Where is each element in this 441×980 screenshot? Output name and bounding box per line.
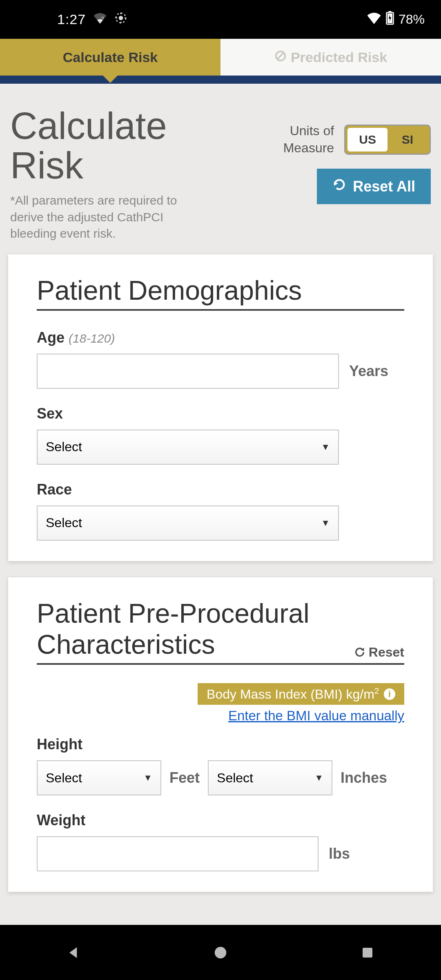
tab-underline <box>0 76 441 84</box>
card-reset-label: Reset <box>369 645 404 660</box>
height-field: Height Select ▼ Feet Select ▼ Inches <box>37 736 404 795</box>
bmi-banner: Body Mass Index (BMI) kg/m2 i <box>198 683 404 705</box>
nav-home-button[interactable] <box>210 942 231 963</box>
chevron-down-icon: ▼ <box>143 773 152 783</box>
patient-demographics-card: Patient Demographics Age (18-120) Years … <box>8 254 433 561</box>
sex-select[interactable]: Select ▼ <box>37 430 339 465</box>
svg-rect-9 <box>363 948 372 958</box>
tab-bar: Calculate Risk Predicted Risk <box>0 39 441 76</box>
race-label: Race <box>37 481 72 498</box>
wifi-icon <box>367 12 381 27</box>
weight-unit: lbs <box>329 845 350 862</box>
age-input[interactable] <box>37 354 339 389</box>
chevron-down-icon: ▼ <box>314 773 323 783</box>
page-header: Calculate Risk *All parameters are requi… <box>0 84 441 254</box>
units-option-us[interactable]: US <box>347 128 388 151</box>
svg-point-8 <box>215 947 227 958</box>
pre-procedural-card: Patient Pre-Procedural Characteristics R… <box>8 577 433 892</box>
card-title-preprocedural: Patient Pre-Procedural Characteristics <box>37 598 312 660</box>
weight-label: Weight <box>37 812 85 829</box>
status-bar: 1:27 ? 78% <box>0 0 441 39</box>
sex-field: Sex Select ▼ <box>37 405 404 465</box>
units-of-measure-label: Units of Measure <box>242 122 334 156</box>
units-option-si[interactable]: SI <box>388 128 428 151</box>
height-feet-value: Select <box>46 771 82 786</box>
height-feet-select[interactable]: Select ▼ <box>37 760 161 795</box>
race-field: Race Select ▼ <box>37 481 404 541</box>
content-area: Calculate Risk *All parameters are requi… <box>0 84 441 925</box>
bmi-banner-text: Body Mass Index (BMI) kg/m <box>207 686 374 701</box>
reset-all-button[interactable]: Reset All <box>317 169 431 204</box>
tab-calculate-risk[interactable]: Calculate Risk <box>0 39 220 76</box>
sex-select-value: Select <box>46 439 82 454</box>
svg-text:?: ? <box>101 16 104 22</box>
reset-icon <box>354 646 365 658</box>
sex-label: Sex <box>37 405 63 422</box>
bmi-banner-exp: 2 <box>374 686 379 695</box>
card-title-demographics: Patient Demographics <box>37 275 302 306</box>
svg-rect-4 <box>389 11 392 12</box>
enter-bmi-manually-link[interactable]: Enter the BMI value manually <box>37 708 404 724</box>
height-label: Height <box>37 736 82 753</box>
system-navbar <box>0 925 441 980</box>
svg-point-1 <box>119 16 123 20</box>
triangle-back-icon <box>65 944 82 961</box>
tab-predicted-risk[interactable]: Predicted Risk <box>220 39 441 76</box>
square-recents-icon <box>360 945 375 960</box>
page-title: Calculate Risk <box>10 106 242 185</box>
age-label: Age <box>37 329 65 346</box>
battery-charging-icon <box>385 11 394 28</box>
tab-predicted-label: Predicted Risk <box>291 49 387 65</box>
chevron-down-icon: ▼ <box>321 442 330 452</box>
reset-icon <box>332 178 346 195</box>
nav-back-button[interactable] <box>63 942 84 963</box>
svg-line-7 <box>277 52 284 60</box>
units-toggle[interactable]: US SI <box>344 125 431 155</box>
circle-home-icon <box>213 945 228 960</box>
height-inches-unit: Inches <box>341 769 387 786</box>
weight-field: Weight lbs <box>37 812 404 871</box>
weight-input[interactable] <box>37 836 318 871</box>
wifi-weak-icon: ? <box>93 12 107 27</box>
height-inches-select[interactable]: Select ▼ <box>208 760 332 795</box>
chevron-down-icon: ▼ <box>321 518 330 528</box>
battery-percent: 78% <box>399 12 425 27</box>
status-time: 1:27 <box>16 11 86 27</box>
age-hint: (18-120) <box>69 332 115 345</box>
card-reset-button[interactable]: Reset <box>354 645 404 660</box>
page-subtitle: *All parameters are required to derive t… <box>10 192 186 242</box>
age-unit: Years <box>349 363 388 380</box>
race-select-value: Select <box>46 515 82 530</box>
age-field: Age (18-120) Years <box>37 329 404 389</box>
race-select[interactable]: Select ▼ <box>37 506 339 541</box>
height-inches-value: Select <box>217 771 253 786</box>
info-icon[interactable]: i <box>384 688 395 700</box>
tab-calculate-label: Calculate Risk <box>63 49 158 65</box>
height-feet-unit: Feet <box>169 769 200 786</box>
target-icon <box>114 11 127 28</box>
reset-all-label: Reset All <box>353 178 415 195</box>
nav-recents-button[interactable] <box>357 942 378 963</box>
disabled-icon <box>274 49 287 65</box>
